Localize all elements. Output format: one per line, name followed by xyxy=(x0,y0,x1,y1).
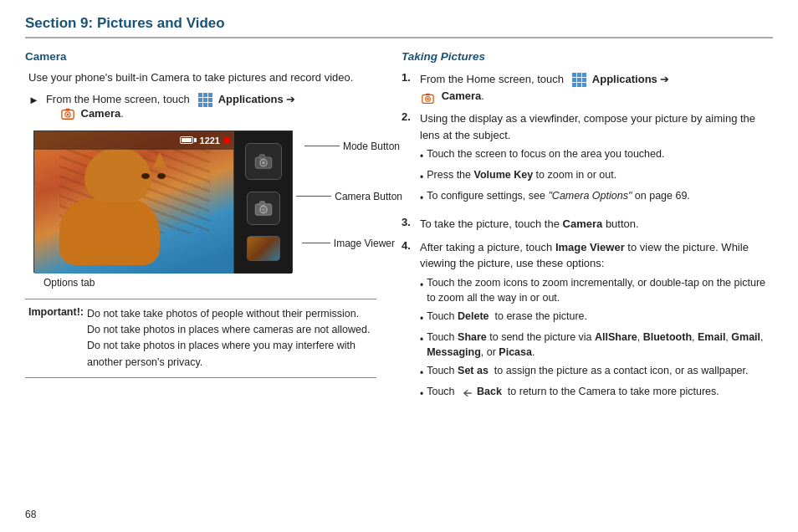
sub-bullet-4-2: • Touch Share to send the picture via Al… xyxy=(420,330,773,360)
apps-label: Applications xyxy=(218,93,284,105)
item-1-content: From the Home screen, touch Applications… xyxy=(420,71,669,104)
bullet-dot: • xyxy=(420,170,423,185)
sub-bullet-4-4: • Touch Back to return to the Camera to … xyxy=(420,384,773,402)
battery-icon xyxy=(180,136,197,144)
bullet-dot: • xyxy=(420,386,423,402)
sub-bullet-4-3: • Touch Set as to assign the picture as … xyxy=(420,363,773,381)
svg-point-15 xyxy=(427,98,429,100)
apps-icon-right xyxy=(572,73,586,87)
item-4-content: After taking a picture, touch Image View… xyxy=(420,239,773,406)
camera-button-label: Camera Button xyxy=(335,191,402,202)
numbered-item-1: 1. From the Home screen, touch Applicati… xyxy=(402,71,773,104)
camera-sidebar xyxy=(233,131,292,274)
camera-statusbar: 1221 xyxy=(34,131,233,150)
svg-rect-14 xyxy=(426,94,430,96)
mode-button-label: Mode Button xyxy=(343,141,400,152)
important-text: Do not take take photos of people withou… xyxy=(87,306,376,371)
bullet-arrow: ► xyxy=(28,94,39,106)
image-viewer-label-area: Image Viewer xyxy=(302,238,395,249)
bullet-dot: • xyxy=(420,149,423,164)
image-viewer-label: Image Viewer xyxy=(334,238,395,249)
camera-mockup-container: 1221 ▶ xyxy=(33,130,293,289)
body-text: Use your phone's built-in Camera to take… xyxy=(25,69,376,86)
sub-bullet-text: Touch Share to send the picture via AllS… xyxy=(427,330,773,360)
num-4: 4. xyxy=(402,239,415,252)
bullet-dot: • xyxy=(420,332,423,347)
camera-button-label-area: Camera Button xyxy=(296,191,402,202)
numbered-item-4: 4. After taking a picture, touch Image V… xyxy=(402,239,773,406)
svg-point-11 xyxy=(261,207,265,212)
bullet-dot: • xyxy=(420,311,423,326)
image-viewer-button[interactable] xyxy=(247,236,280,261)
important-label: Important!: xyxy=(28,306,84,371)
page-number: 68 xyxy=(25,509,36,520)
sub-bullet-text: Touch the screen to focus on the area yo… xyxy=(427,146,664,161)
num-3: 3. xyxy=(402,216,415,228)
options-tab-label: Options tab xyxy=(33,276,293,289)
numbered-list: 1. From the Home screen, touch Applicati… xyxy=(402,71,773,405)
sub-bullet-4-1: • Touch Delete to erase the picture. xyxy=(420,309,773,326)
right-subsection-title: Taking Pictures xyxy=(402,50,773,63)
red-recording-dot xyxy=(223,137,230,144)
sub-bullets-2: • Touch the screen to focus on the area … xyxy=(420,146,773,206)
svg-rect-9 xyxy=(259,201,264,205)
numbered-item-3: 3. To take the picture, touch the Camera… xyxy=(402,216,773,233)
page: Section 9: Pictures and Video Camera Use… xyxy=(0,0,798,532)
item-3-content: To take the picture, touch the Camera bu… xyxy=(420,216,639,233)
options-tab[interactable]: ▶ xyxy=(34,186,35,219)
cam-number: 1221 xyxy=(200,136,220,146)
sub-bullet-2-1: • Press the Volume Key to zoom in or out… xyxy=(420,167,773,185)
item-2-content: Using the display as a viewfinder, compo… xyxy=(420,110,773,209)
bullet-text: From the Home screen, touch Applications… xyxy=(46,93,295,122)
bullet-dot: • xyxy=(420,366,423,381)
mode-button-label-area: Mode Button xyxy=(304,141,400,152)
sub-bullet-text: Press the Volume Key to zoom in or out. xyxy=(427,167,616,182)
apps-icon xyxy=(198,93,212,107)
svg-point-3 xyxy=(67,114,69,116)
sub-bullet-2-2: • To configure settings, see "Camera Opt… xyxy=(420,188,773,206)
section-title: Section 9: Pictures and Video xyxy=(25,15,773,38)
svg-point-7 xyxy=(262,161,265,165)
sub-bullet-2-0: • Touch the screen to focus on the area … xyxy=(420,146,773,164)
sub-bullet-4-0: • Touch the zoom icons to zoom increment… xyxy=(420,275,773,305)
numbered-item-2: 2. Using the display as a viewfinder, co… xyxy=(402,110,773,209)
important-box: Important!: Do not take take photos of p… xyxy=(25,299,376,379)
sub-bullet-text: Touch the zoom icons to zoom incremental… xyxy=(427,275,773,305)
camera-icon-inline xyxy=(61,107,76,122)
left-column: Camera Use your phone's built-in Camera … xyxy=(25,50,376,412)
camera-label: Camera xyxy=(81,107,121,120)
sub-bullet-text: Touch Set as to assign the picture as a … xyxy=(427,363,748,378)
bullet-dot: • xyxy=(420,191,423,206)
mode-button[interactable] xyxy=(245,143,282,180)
sub-bullets-4: • Touch the zoom icons to zoom increment… xyxy=(420,275,773,402)
camera-icon-right xyxy=(422,90,437,103)
cat-image-area: 1221 ▶ xyxy=(34,131,233,274)
right-column: Taking Pictures 1. From the Home screen,… xyxy=(402,50,773,412)
svg-rect-2 xyxy=(65,109,69,111)
left-subsection-title: Camera xyxy=(25,50,376,63)
sub-bullet-text: Touch Back to return to the Camera to ta… xyxy=(427,384,719,399)
camera-button[interactable] xyxy=(247,192,280,225)
svg-rect-5 xyxy=(259,155,265,159)
bullet-dot: • xyxy=(420,278,423,293)
camera-mockup: 1221 ▶ xyxy=(33,130,293,273)
sub-bullet-text: Touch Delete to erase the picture. xyxy=(427,309,587,324)
apps-bullet-row: ► From the Home screen, touch Applicatio… xyxy=(25,93,376,122)
num-1: 1. xyxy=(402,71,415,84)
arrow-label: ➔ xyxy=(286,93,295,105)
num-2: 2. xyxy=(402,110,415,123)
sub-bullet-text: To configure settings, see "Camera Optio… xyxy=(427,188,690,203)
